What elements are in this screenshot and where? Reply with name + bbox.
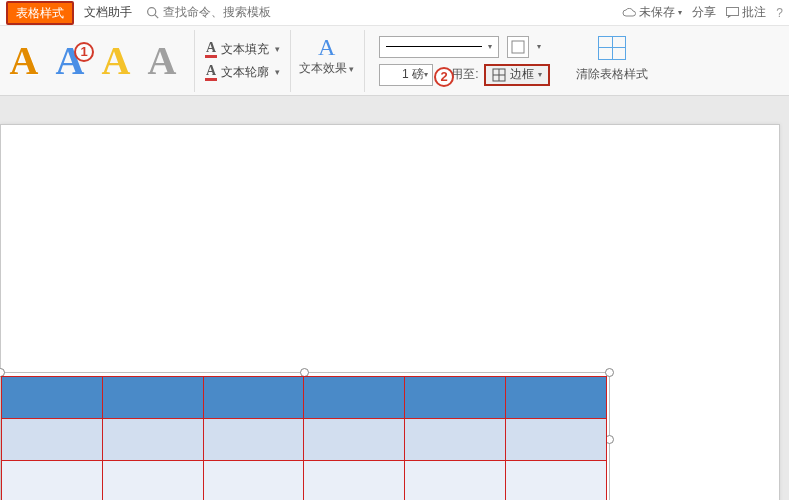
table-row[interactable] — [2, 377, 607, 419]
top-bar: 表格样式 文档助手 查找命令、搜索模板 未保存▾ 分享 批注 ? — [0, 0, 789, 26]
shading-icon — [511, 40, 525, 54]
chevron-down-icon[interactable]: ▾ — [537, 42, 541, 51]
svg-point-0 — [148, 8, 156, 16]
annotate-icon — [726, 7, 739, 18]
text-format-group: A 文本填充▾ A 文本轮廓▾ — [195, 30, 291, 92]
tab-table-style[interactable]: 表格样式 — [6, 1, 74, 25]
table-grid-icon — [598, 36, 626, 60]
ribbon: A A A A 1 A 文本填充▾ A 文本轮廓▾ A 文本效果▾ ▾ ▾ — [0, 26, 789, 96]
chevron-down-icon: ▾ — [678, 8, 682, 17]
chevron-down-icon: ▾ — [275, 44, 280, 54]
help-icon[interactable]: ? — [776, 6, 783, 20]
svg-line-1 — [155, 15, 158, 18]
tab-doc-helper[interactable]: 文档助手 — [84, 4, 132, 21]
top-right-actions: 未保存▾ 分享 批注 ? — [622, 4, 783, 21]
text-effect-icon: A — [318, 34, 335, 60]
table-object[interactable] — [1, 376, 607, 500]
line-weight-select[interactable]: 1 磅 ▾ — [379, 64, 433, 86]
border-button[interactable]: 边框 ▾ — [484, 64, 550, 86]
unsaved-status[interactable]: 未保存▾ — [622, 4, 682, 21]
text-fill-button[interactable]: A 文本填充▾ — [205, 41, 280, 58]
table-row[interactable] — [2, 461, 607, 501]
canvas-area — [0, 96, 789, 500]
wordart-style-4[interactable]: A — [140, 32, 184, 90]
svg-rect-3 — [512, 41, 524, 53]
search-placeholder: 查找命令、搜索模板 — [163, 4, 271, 21]
line-style-select[interactable]: ▾ — [379, 36, 499, 58]
command-search[interactable]: 查找命令、搜索模板 — [146, 4, 271, 21]
text-outline-icon: A — [205, 64, 217, 81]
annotation-2: 2 — [434, 67, 454, 87]
share-button[interactable]: 分享 — [692, 4, 716, 21]
chevron-down-icon: ▾ — [349, 64, 354, 74]
wordart-style-gallery[interactable]: A A A A 1 — [2, 30, 195, 92]
chevron-down-icon: ▾ — [488, 42, 492, 51]
wordart-style-3[interactable]: A — [94, 32, 138, 90]
shading-color-button[interactable] — [507, 36, 529, 58]
slide[interactable] — [0, 124, 780, 500]
border-group: ▾ ▾ 1 磅 ▾ 应用至: 边框 ▾ — [365, 30, 560, 92]
cloud-icon — [622, 8, 636, 18]
svg-rect-2 — [727, 8, 739, 16]
chevron-down-icon: ▾ — [538, 70, 542, 79]
search-icon — [146, 6, 159, 19]
chevron-down-icon: ▾ — [275, 67, 280, 77]
line-sample-icon — [386, 46, 482, 47]
annotate-button[interactable]: 批注 — [726, 4, 766, 21]
border-icon — [492, 68, 506, 82]
table-row[interactable] — [2, 419, 607, 461]
annotation-1: 1 — [74, 42, 94, 62]
text-outline-button[interactable]: A 文本轮廓▾ — [205, 64, 280, 81]
wordart-style-1[interactable]: A — [2, 32, 46, 90]
clear-table-style-button[interactable]: 清除表格样式 — [560, 30, 660, 92]
text-effect-button[interactable]: A 文本效果▾ — [291, 30, 365, 92]
text-fill-icon: A — [205, 41, 217, 58]
chevron-down-icon: ▾ — [424, 70, 428, 79]
